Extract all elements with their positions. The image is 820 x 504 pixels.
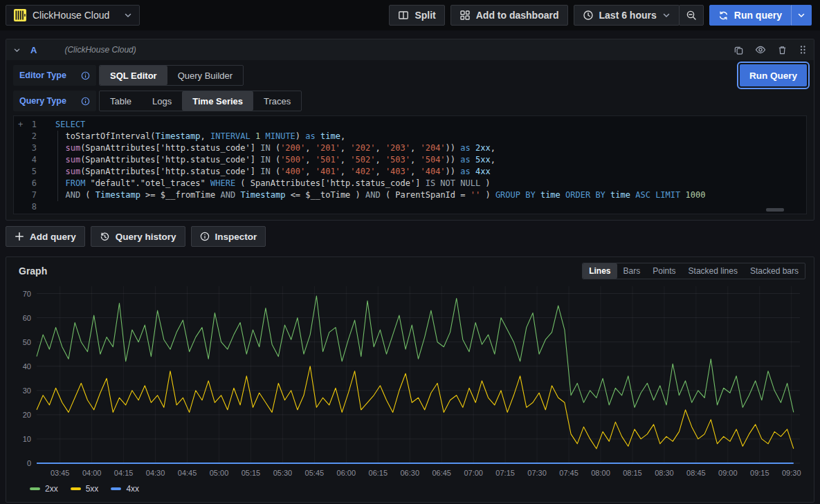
line-number: 8 [26,201,46,213]
split-button[interactable]: Split [389,5,444,26]
explore-toolbar: ClickHouse Cloud Split Add to dashboard … [0,0,820,30]
query-type-label: Query Type [19,96,66,106]
query-type-option-logs[interactable]: Logs [142,91,182,111]
sql-code-text [46,201,55,213]
gutter-spacer [14,178,26,189]
run-query-split-button: Run query [709,5,812,26]
sql-code-editor[interactable]: +1SELECT2 toStartOfInterval(Timestamp, I… [13,115,807,214]
chart-legend: 2xx5xx4xx [13,482,807,496]
series-line-5xx [37,366,794,449]
graph-style-stacked-bars[interactable]: Stacked bars [744,263,805,279]
svg-text:09:15: 09:15 [750,469,769,477]
sql-code-line: 2 toStartOfInterval(Timestamp, INTERVAL … [14,131,806,142]
query-type-row: Query Type Table Logs Time Series Traces [13,91,807,111]
clickhouse-logo-icon [13,8,27,22]
svg-text:10: 10 [23,435,31,443]
gutter-spacer [14,201,26,213]
delete-query-trash-icon[interactable] [777,45,787,55]
editor-gutter: 3 [14,142,46,154]
legend-item-5xx[interactable]: 5xx [71,484,99,494]
svg-text:08:00: 08:00 [591,469,610,477]
svg-text:07:15: 07:15 [495,469,515,477]
add-query-label: Add query [30,232,76,242]
query-ref-id: A [30,45,37,55]
legend-item-4xx[interactable]: 4xx [111,484,139,494]
svg-text:50: 50 [23,338,31,346]
svg-text:05:30: 05:30 [273,469,293,477]
legend-item-2xx[interactable]: 2xx [30,484,58,494]
line-number: 1 [26,119,46,131]
drag-handle-icon[interactable] [799,45,807,55]
legend-label: 4xx [126,484,139,494]
time-range-button[interactable]: Last 6 hours [574,5,680,26]
sql-code-text: sum(SpanAttributes['http.status_code'] I… [46,142,495,154]
datasource-label: ClickHouse Cloud [33,10,118,21]
editor-type-toggle: SQL Editor Query Builder [99,65,244,86]
split-icon [398,10,409,21]
editor-gutter: 8 [14,201,46,213]
sql-code-line: 5 sum(SpanAttributes['http.status_code']… [14,166,806,178]
svg-text:06:00: 06:00 [337,469,356,477]
datasource-picker[interactable]: ClickHouse Cloud [6,5,140,26]
svg-text:08:45: 08:45 [686,469,706,477]
svg-text:07:00: 07:00 [464,469,483,477]
sql-code-line: 8 [14,201,806,213]
time-series-chart[interactable]: 01020304050607003:4504:0004:1504:3004:45… [13,281,807,481]
run-query-button[interactable]: Run query [709,5,791,26]
svg-text:09:30: 09:30 [782,469,801,477]
query-type-option-time-series[interactable]: Time Series [182,91,253,111]
info-circle-icon[interactable] [81,71,90,80]
editor-gutter: 6 [14,178,46,189]
query-type-label-chip: Query Type [13,91,96,111]
graph-style-points[interactable]: Points [646,263,682,279]
add-to-dashboard-button[interactable]: Add to dashboard [450,5,568,26]
inspector-button[interactable]: Inspector [191,226,266,247]
chevron-down-icon [662,11,671,19]
legend-swatch-2xx [30,487,40,490]
graph-panel: Graph Lines Bars Points Stacked lines St… [6,256,814,503]
query-type-toggle: Table Logs Time Series Traces [99,91,302,111]
sql-code-text: SELECT [46,119,85,131]
collapse-chevron-icon[interactable] [13,46,21,54]
query-type-option-traces[interactable]: Traces [253,91,301,111]
query-history-button[interactable]: Query history [91,226,185,247]
info-circle-icon[interactable] [81,97,90,106]
svg-text:09:00: 09:00 [718,469,738,477]
editor-type-option-sql-editor[interactable]: SQL Editor [100,66,167,85]
run-query-interval-dropdown[interactable] [791,5,812,26]
gutter-plus-icon[interactable]: + [14,119,26,131]
graph-style-stacked-lines[interactable]: Stacked lines [682,263,744,279]
svg-text:05:45: 05:45 [305,469,325,477]
chart-grid [37,286,800,463]
query-datasource-hint: (ClickHouse Cloud) [64,45,136,55]
graph-style-bars[interactable]: Bars [617,263,647,279]
gutter-spacer [14,142,26,154]
graph-style-lines[interactable]: Lines [583,263,617,279]
sql-code-text: toStartOfInterval(Timestamp, INTERVAL 1 … [46,131,345,142]
svg-text:04:30: 04:30 [146,469,165,477]
line-number: 7 [26,189,46,201]
zoom-out-icon [686,10,697,21]
add-query-button[interactable]: Add query [6,226,85,247]
svg-text:07:45: 07:45 [559,469,578,477]
sql-code-line: 4 sum(SpanAttributes['http.status_code']… [14,154,806,166]
run-query-label: Run query [734,10,782,21]
editor-gutter: 4 [14,154,46,166]
zoom-out-button[interactable] [679,5,704,26]
query-type-option-table[interactable]: Table [100,91,142,111]
graph-header: Graph Lines Bars Points Stacked lines St… [13,261,807,281]
svg-text:08:30: 08:30 [655,469,674,477]
legend-swatch-4xx [111,487,121,490]
gutter-spacer [14,166,26,178]
chevron-down-icon [797,11,805,19]
editor-type-option-query-builder[interactable]: Query Builder [167,66,243,85]
line-number: 4 [26,154,46,166]
sql-code-line: 3 sum(SpanAttributes['http.status_code']… [14,142,806,154]
duplicate-query-icon[interactable] [734,45,744,55]
legend-swatch-5xx [71,487,81,490]
run-query-editor-button[interactable]: Run Query [740,64,807,86]
editor-type-row: Editor Type SQL Editor Query Builder Run… [13,64,807,86]
svg-text:04:00: 04:00 [82,469,102,477]
hide-response-eye-icon[interactable] [755,44,766,55]
editor-hscrollbar[interactable] [766,208,784,212]
